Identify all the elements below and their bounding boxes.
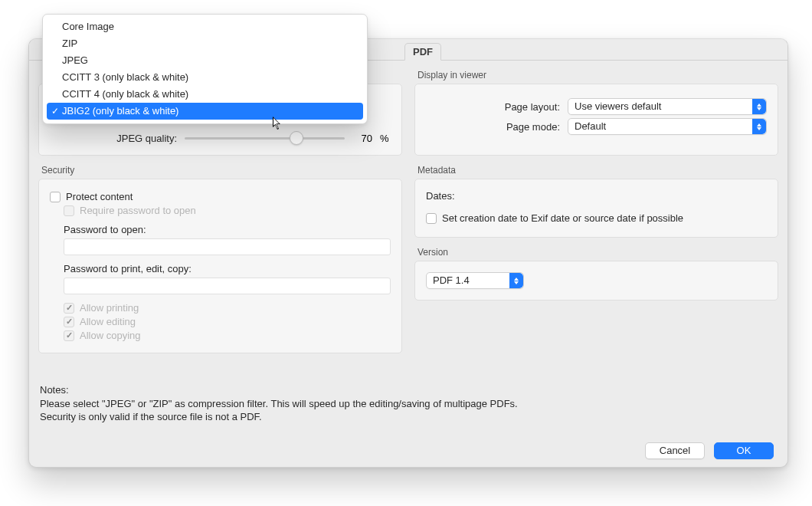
allow-editing-checkbox bbox=[64, 317, 74, 327]
allow-printing-label: Allow printing bbox=[80, 302, 139, 314]
allow-copying-label: Allow copying bbox=[80, 330, 141, 341]
allow-printing-checkbox bbox=[64, 303, 74, 314]
dialog-buttons: Cancel OK bbox=[38, 442, 778, 459]
password-open-label: Password to open: bbox=[64, 224, 391, 235]
allow-list: Allow printing Allow editing Allow copyi… bbox=[64, 302, 391, 341]
password-open-input[interactable] bbox=[64, 238, 391, 255]
ok-button[interactable]: OK bbox=[714, 442, 774, 459]
require-password-label: Require password to open bbox=[80, 205, 196, 216]
display-box: Page layout: Use viewers default Page mo… bbox=[414, 84, 778, 156]
security-box: Protect content Require password to open… bbox=[38, 179, 402, 353]
dropdown-item-ccitt4[interactable]: CCITT 4 (only black & white) bbox=[47, 86, 363, 103]
page-mode-row: Page mode: Default bbox=[426, 118, 767, 135]
compression-filter-dropdown[interactable]: Core Image ZIP JPEG CCITT 3 (only black … bbox=[42, 14, 368, 124]
allow-printing-row: Allow printing bbox=[64, 302, 391, 314]
version-group: Version PDF 1.4 bbox=[414, 247, 778, 301]
notes-section: Notes: Please select "JPEG" or "ZIP" as … bbox=[38, 383, 778, 424]
notes-line-2: Security is only valid if the source fil… bbox=[40, 410, 777, 424]
cancel-button[interactable]: Cancel bbox=[645, 442, 705, 459]
security-group: Security Protect content Require passwor… bbox=[38, 165, 402, 373]
page-mode-select[interactable]: Default bbox=[568, 118, 767, 135]
allow-editing-label: Allow editing bbox=[80, 316, 136, 327]
jpeg-quality-label: JPEG quality: bbox=[50, 133, 177, 144]
checkmark-icon: ✓ bbox=[50, 103, 61, 120]
page-mode-value: Default bbox=[575, 120, 606, 132]
dropdown-item-jbig2-label: JBIG2 (only black & white) bbox=[62, 105, 178, 117]
right-column-lower: Metadata Dates: Set creation date to Exi… bbox=[414, 156, 778, 373]
require-password-checkbox bbox=[64, 205, 74, 216]
dropdown-item-ccitt3[interactable]: CCITT 3 (only black & white) bbox=[47, 69, 363, 86]
page-layout-label: Page layout: bbox=[426, 101, 560, 113]
display-title: Display in viewer bbox=[414, 70, 778, 84]
metadata-group: Metadata Dates: Set creation date to Exi… bbox=[414, 165, 778, 238]
page-layout-select[interactable]: Use viewers default bbox=[568, 98, 767, 115]
require-password-row: Require password to open bbox=[64, 205, 391, 216]
security-title: Security bbox=[38, 165, 402, 179]
jpeg-quality-row: JPEG quality: 70 % bbox=[50, 129, 391, 147]
slider-knob[interactable] bbox=[290, 131, 303, 145]
jpeg-quality-slider[interactable] bbox=[185, 130, 345, 146]
metadata-box: Dates: Set creation date to Exif date or… bbox=[414, 179, 778, 238]
protect-content-label: Protect content bbox=[66, 191, 133, 202]
protect-content-row[interactable]: Protect content bbox=[50, 191, 391, 202]
select-handle-icon bbox=[509, 273, 523, 288]
set-creation-checkbox[interactable] bbox=[426, 213, 437, 224]
allow-editing-row: Allow editing bbox=[64, 316, 391, 327]
page-mode-label: Page mode: bbox=[426, 121, 560, 133]
version-box: PDF 1.4 bbox=[414, 261, 778, 301]
version-title: Version bbox=[414, 247, 778, 261]
notes-line-1: Please select "JPEG" or "ZIP" as compres… bbox=[40, 397, 777, 411]
set-creation-label: Set creation date to Exif date or source… bbox=[442, 212, 683, 224]
version-value: PDF 1.4 bbox=[433, 274, 470, 286]
jpeg-quality-unit: % bbox=[380, 133, 391, 144]
dropdown-item-jpeg[interactable]: JPEG bbox=[47, 52, 363, 69]
dropdown-item-zip[interactable]: ZIP bbox=[47, 35, 363, 52]
page-layout-row: Page layout: Use viewers default bbox=[426, 98, 767, 115]
metadata-title: Metadata bbox=[414, 165, 778, 179]
tab-pdf[interactable]: PDF bbox=[404, 43, 441, 61]
protect-content-checkbox[interactable] bbox=[50, 192, 61, 202]
select-handle-icon bbox=[752, 99, 766, 114]
select-handle-icon bbox=[752, 119, 766, 134]
dropdown-item-core-image[interactable]: Core Image bbox=[47, 18, 363, 35]
allow-copying-row: Allow copying bbox=[64, 330, 391, 341]
dates-label: Dates: bbox=[426, 190, 767, 202]
password-print-label: Password to print, edit, copy: bbox=[64, 263, 391, 274]
version-select[interactable]: PDF 1.4 bbox=[426, 272, 524, 289]
dropdown-item-jbig2[interactable]: ✓ JBIG2 (only black & white) bbox=[47, 103, 363, 120]
page-layout-value: Use viewers default bbox=[575, 100, 661, 112]
set-creation-row[interactable]: Set creation date to Exif date or source… bbox=[426, 212, 767, 224]
mouse-cursor-icon bbox=[273, 117, 282, 130]
allow-copying-checkbox bbox=[64, 330, 74, 341]
display-group: Display in viewer Page layout: Use viewe… bbox=[414, 70, 778, 156]
password-print-input[interactable] bbox=[64, 278, 391, 294]
jpeg-quality-value: 70 bbox=[352, 133, 372, 144]
notes-label: Notes: bbox=[40, 383, 777, 397]
